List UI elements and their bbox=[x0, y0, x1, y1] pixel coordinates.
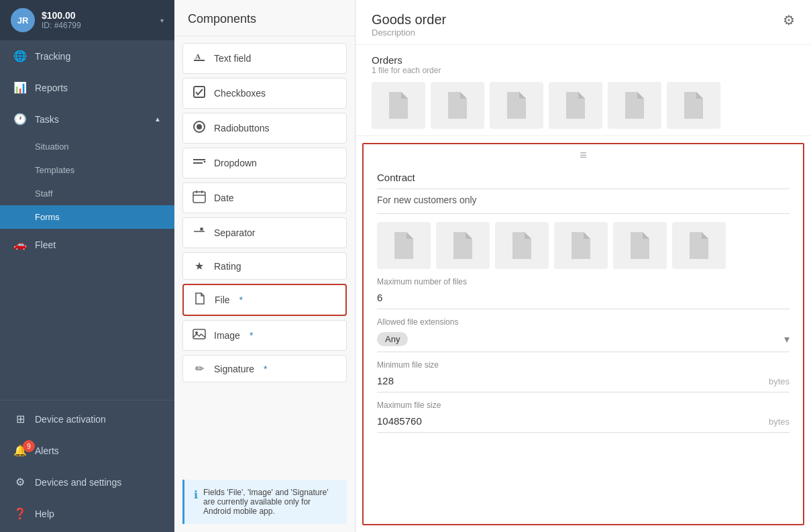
globe-icon: 🌐 bbox=[13, 50, 27, 62]
file-icon-box bbox=[667, 82, 720, 129]
user-info: $100.00 ID: #46799 bbox=[42, 10, 154, 30]
chevron-up-icon: ▲ bbox=[154, 115, 161, 123]
file-icon-box bbox=[672, 222, 726, 269]
sidebar-item-reports[interactable]: 📊 Reports bbox=[0, 72, 174, 103]
pen-icon: ✏ bbox=[193, 362, 206, 375]
file-icon-box bbox=[554, 222, 608, 269]
goods-header: Goods order Description ⚙ bbox=[356, 0, 811, 45]
component-checkboxes[interactable]: Checkboxes bbox=[182, 78, 347, 109]
max-size-value[interactable]: 10485760 bbox=[377, 415, 422, 427]
sidebar-item-forms[interactable]: Forms bbox=[0, 205, 174, 229]
allowed-ext-label: Allowed file extensions bbox=[377, 317, 790, 327]
component-label: Signature bbox=[214, 364, 254, 374]
min-size-value[interactable]: 128 bbox=[377, 375, 394, 386]
drag-handle-icon[interactable]: ≡ bbox=[364, 144, 803, 166]
max-size-row: 10485760 bytes bbox=[377, 413, 790, 433]
sidebar-item-help[interactable]: ❓ Help bbox=[0, 498, 174, 529]
user-balance: $100.00 bbox=[42, 10, 154, 21]
file-icon-box bbox=[608, 82, 661, 129]
component-signature[interactable]: ✏ Signature * bbox=[182, 355, 347, 382]
image-icon bbox=[193, 327, 206, 343]
component-image[interactable]: Image * bbox=[182, 320, 347, 351]
file-icon-box bbox=[613, 222, 667, 269]
text-field-icon: A bbox=[193, 50, 206, 66]
max-size-suffix: bytes bbox=[769, 417, 790, 427]
file-icon-box bbox=[377, 222, 431, 269]
component-dropdown[interactable]: Dropdown bbox=[182, 148, 347, 178]
svg-rect-6 bbox=[193, 162, 203, 164]
max-files-section: Maximum number of files 6 bbox=[377, 277, 790, 309]
sidebar-item-fleet[interactable]: 🚗 Fleet bbox=[0, 229, 174, 260]
sidebar-item-staff[interactable]: Staff bbox=[0, 182, 174, 205]
components-title: Components bbox=[174, 0, 355, 36]
info-icon: ℹ bbox=[194, 488, 198, 516]
max-files-value[interactable]: 6 bbox=[377, 289, 790, 309]
chevron-down-icon: ▾ bbox=[784, 333, 790, 345]
allowed-ext-section: Allowed file extensions Any ▾ bbox=[377, 317, 790, 352]
sidebar-item-situation[interactable]: Situation bbox=[0, 135, 174, 158]
component-label: File bbox=[215, 295, 230, 305]
component-separator[interactable]: Separator bbox=[182, 217, 347, 248]
component-label: Radiobuttons bbox=[214, 123, 270, 134]
file-icon-box bbox=[372, 82, 425, 129]
allowed-ext-dropdown[interactable]: Any ▾ bbox=[377, 329, 790, 352]
user-id: ID: #46799 bbox=[42, 21, 154, 30]
settings-gear-icon[interactable]: ⚙ bbox=[783, 12, 795, 28]
calendar-icon bbox=[193, 190, 206, 206]
orders-file-icons bbox=[372, 82, 795, 129]
sidebar-item-label: Situation bbox=[35, 142, 69, 152]
sidebar-bottom: ⊞ Device activation 🔔 Alerts 9 ⚙ Devices… bbox=[0, 400, 174, 532]
component-date[interactable]: Date bbox=[182, 182, 347, 213]
component-rating[interactable]: ★ Rating bbox=[182, 252, 347, 280]
sidebar-item-templates[interactable]: Templates bbox=[0, 158, 174, 182]
file-icon-box bbox=[490, 82, 543, 129]
svg-rect-2 bbox=[194, 87, 205, 97]
goods-order-title: Goods order bbox=[372, 12, 446, 28]
svg-rect-7 bbox=[193, 192, 205, 203]
svg-rect-5 bbox=[193, 159, 205, 160]
file-icon-box bbox=[431, 82, 484, 129]
sidebar-item-tasks[interactable]: 🕐 Tasks ▲ bbox=[0, 103, 174, 135]
min-size-label: Minimum file size bbox=[377, 360, 790, 370]
sidebar-item-label: Staff bbox=[35, 189, 53, 199]
component-label: Separator bbox=[214, 227, 255, 238]
min-size-section: Minimum file size 128 bytes bbox=[377, 360, 790, 392]
sidebar-item-label: Templates bbox=[35, 165, 74, 175]
orders-section: Orders 1 file for each order bbox=[356, 45, 811, 136]
sidebar-item-device-activation[interactable]: ⊞ Device activation bbox=[0, 403, 174, 435]
alerts-badge: 9 bbox=[23, 440, 35, 452]
sidebar-nav: 🌐 Tracking 📊 Reports 🕐 Tasks ▲ Situation… bbox=[0, 40, 174, 400]
component-text-field[interactable]: A Text field bbox=[182, 43, 347, 74]
file-icon bbox=[193, 292, 207, 308]
allowed-ext-value: Any bbox=[377, 332, 408, 346]
component-file[interactable]: File * bbox=[182, 284, 347, 316]
info-box: ℹ Fields 'File', 'Image' and 'Signature'… bbox=[182, 480, 347, 524]
contract-subtitle: For new customers only bbox=[377, 189, 790, 214]
orders-label: Orders bbox=[372, 54, 795, 66]
sidebar-item-label: Reports bbox=[35, 83, 68, 93]
contract-section: ≡ Contract For new customers only Maximu… bbox=[362, 143, 804, 525]
sidebar-item-label: Forms bbox=[35, 212, 60, 222]
dropdown-arrow-icon[interactable]: ▾ bbox=[160, 17, 164, 24]
sidebar-item-label: Help bbox=[35, 509, 54, 519]
main-content: Goods order Description ⚙ Orders 1 file … bbox=[356, 0, 811, 532]
goods-order-desc: Description bbox=[372, 28, 446, 38]
question-icon: ❓ bbox=[13, 507, 27, 520]
sidebar-item-label: Device activation bbox=[35, 414, 106, 425]
components-panel: Components A Text field Checkboxes Radio… bbox=[174, 0, 356, 532]
orders-sublabel: 1 file for each order bbox=[372, 66, 795, 75]
component-radiobuttons[interactable]: Radiobuttons bbox=[182, 113, 347, 144]
star-icon: ★ bbox=[193, 260, 206, 272]
sidebar-item-label: Fleet bbox=[35, 240, 56, 250]
sidebar-item-alerts[interactable]: 🔔 Alerts 9 bbox=[0, 435, 174, 466]
sidebar-item-devices-settings[interactable]: ⚙ Devices and settings bbox=[0, 466, 174, 498]
component-label: Text field bbox=[214, 53, 251, 64]
max-files-label: Maximum number of files bbox=[377, 277, 790, 286]
component-label: Dropdown bbox=[214, 158, 257, 168]
component-label: Checkboxes bbox=[214, 88, 266, 99]
sidebar-item-label: Tracking bbox=[35, 51, 70, 62]
sidebar-item-tracking[interactable]: 🌐 Tracking bbox=[0, 40, 174, 72]
file-icon-box bbox=[495, 222, 549, 269]
file-icon-box bbox=[436, 222, 490, 269]
goods-order-info: Goods order Description bbox=[372, 12, 446, 38]
